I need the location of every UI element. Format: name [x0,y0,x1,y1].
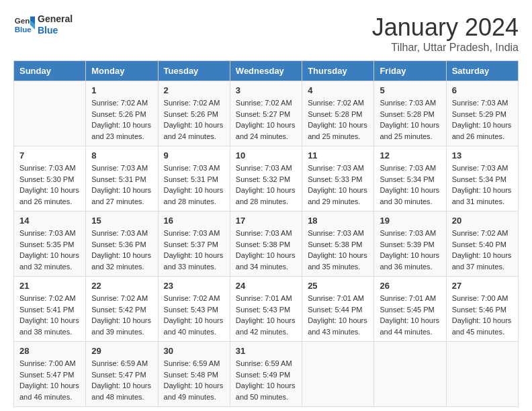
calendar-day-cell: 11Sunrise: 7:03 AM Sunset: 5:33 PM Dayli… [302,146,374,212]
day-info: Sunrise: 7:02 AM Sunset: 5:28 PM Dayligh… [308,97,368,142]
day-number: 22 [91,281,152,291]
page-header: General Blue General Blue January 2024 T… [13,13,519,54]
day-number: 25 [308,281,368,291]
logo-blue-text: Blue [38,25,73,36]
calendar-day-cell: 20Sunrise: 7:02 AM Sunset: 5:40 PM Dayli… [446,212,518,277]
calendar-day-cell: 1Sunrise: 7:02 AM Sunset: 5:26 PM Daylig… [86,81,158,146]
calendar-day-cell: 17Sunrise: 7:03 AM Sunset: 5:38 PM Dayli… [230,212,302,277]
day-number: 31 [236,346,296,356]
day-of-week-header: Saturday [446,61,518,81]
calendar-day-cell: 7Sunrise: 7:03 AM Sunset: 5:30 PM Daylig… [14,146,86,212]
logo-icon: General Blue [13,14,35,36]
calendar-day-cell: 30Sunrise: 6:59 AM Sunset: 5:48 PM Dayli… [158,342,230,407]
calendar-header: SundayMondayTuesdayWednesdayThursdayFrid… [14,61,519,81]
day-number: 7 [19,150,80,161]
calendar-day-cell: 8Sunrise: 7:03 AM Sunset: 5:31 PM Daylig… [86,146,158,212]
day-info: Sunrise: 7:03 AM Sunset: 5:38 PM Dayligh… [236,228,296,272]
day-info: Sunrise: 7:03 AM Sunset: 5:34 PM Dayligh… [380,163,440,207]
calendar-day-cell: 28Sunrise: 7:00 AM Sunset: 5:47 PM Dayli… [14,342,86,407]
calendar-day-cell: 13Sunrise: 7:03 AM Sunset: 5:34 PM Dayli… [446,146,518,212]
calendar-day-cell: 29Sunrise: 6:59 AM Sunset: 5:47 PM Dayli… [86,342,158,407]
calendar-week-row: 7Sunrise: 7:03 AM Sunset: 5:30 PM Daylig… [14,146,519,212]
calendar-day-cell: 18Sunrise: 7:03 AM Sunset: 5:38 PM Dayli… [302,212,374,277]
day-number: 18 [308,216,368,226]
day-number: 5 [380,85,440,95]
day-number: 2 [164,85,224,95]
day-info: Sunrise: 6:59 AM Sunset: 5:47 PM Dayligh… [91,358,152,402]
day-number: 14 [19,216,80,226]
day-number: 20 [452,216,513,226]
day-number: 17 [236,216,296,226]
day-info: Sunrise: 7:03 AM Sunset: 5:28 PM Dayligh… [380,97,440,142]
day-info: Sunrise: 7:02 AM Sunset: 5:26 PM Dayligh… [91,97,152,142]
day-info: Sunrise: 7:03 AM Sunset: 5:30 PM Dayligh… [19,163,80,207]
day-info: Sunrise: 7:03 AM Sunset: 5:38 PM Dayligh… [308,228,368,272]
day-info: Sunrise: 7:02 AM Sunset: 5:40 PM Dayligh… [452,228,513,272]
day-number: 1 [91,85,152,95]
day-number: 19 [380,216,440,226]
calendar-day-cell [302,342,374,407]
day-info: Sunrise: 7:03 AM Sunset: 5:33 PM Dayligh… [308,163,368,207]
day-number: 27 [452,281,513,291]
day-info: Sunrise: 7:03 AM Sunset: 5:36 PM Dayligh… [91,228,152,272]
calendar-day-cell: 26Sunrise: 7:01 AM Sunset: 5:45 PM Dayli… [374,277,446,342]
calendar-week-row: 14Sunrise: 7:03 AM Sunset: 5:35 PM Dayli… [14,212,519,277]
day-of-week-header: Wednesday [230,61,302,81]
day-number: 30 [164,346,224,356]
day-info: Sunrise: 7:03 AM Sunset: 5:37 PM Dayligh… [164,228,224,272]
calendar-day-cell: 24Sunrise: 7:01 AM Sunset: 5:43 PM Dayli… [230,277,302,342]
calendar-day-cell [14,81,86,146]
day-number: 9 [164,150,224,161]
day-info: Sunrise: 7:02 AM Sunset: 5:41 PM Dayligh… [19,293,80,337]
calendar-day-cell: 2Sunrise: 7:02 AM Sunset: 5:26 PM Daylig… [158,81,230,146]
calendar-day-cell: 22Sunrise: 7:02 AM Sunset: 5:42 PM Dayli… [86,277,158,342]
day-of-week-header: Friday [374,61,446,81]
calendar-body: 1Sunrise: 7:02 AM Sunset: 5:26 PM Daylig… [14,81,519,407]
calendar-day-cell: 5Sunrise: 7:03 AM Sunset: 5:28 PM Daylig… [374,81,446,146]
calendar-day-cell: 3Sunrise: 7:02 AM Sunset: 5:27 PM Daylig… [230,81,302,146]
day-info: Sunrise: 7:00 AM Sunset: 5:46 PM Dayligh… [452,293,513,337]
calendar-day-cell [446,342,518,407]
calendar-day-cell: 6Sunrise: 7:03 AM Sunset: 5:29 PM Daylig… [446,81,518,146]
day-number: 12 [380,150,440,161]
day-number: 24 [236,281,296,291]
calendar-day-cell: 16Sunrise: 7:03 AM Sunset: 5:37 PM Dayli… [158,212,230,277]
month-title: January 2024 [372,13,519,42]
day-info: Sunrise: 7:03 AM Sunset: 5:35 PM Dayligh… [19,228,80,272]
day-info: Sunrise: 6:59 AM Sunset: 5:49 PM Dayligh… [236,358,296,402]
calendar-day-cell: 25Sunrise: 7:01 AM Sunset: 5:44 PM Dayli… [302,277,374,342]
day-number: 11 [308,150,368,161]
day-number: 13 [452,150,513,161]
day-number: 6 [452,85,513,95]
day-number: 28 [19,346,80,356]
day-info: Sunrise: 7:03 AM Sunset: 5:32 PM Dayligh… [236,163,296,207]
day-info: Sunrise: 7:01 AM Sunset: 5:45 PM Dayligh… [380,293,440,337]
calendar-week-row: 28Sunrise: 7:00 AM Sunset: 5:47 PM Dayli… [14,342,519,407]
calendar-day-cell: 15Sunrise: 7:03 AM Sunset: 5:36 PM Dayli… [86,212,158,277]
day-number: 29 [91,346,152,356]
location-subtitle: Tilhar, Uttar Pradesh, India [372,42,519,54]
day-number: 26 [380,281,440,291]
day-info: Sunrise: 7:03 AM Sunset: 5:29 PM Dayligh… [452,97,513,142]
day-info: Sunrise: 6:59 AM Sunset: 5:48 PM Dayligh… [164,358,224,402]
calendar-day-cell: 31Sunrise: 6:59 AM Sunset: 5:49 PM Dayli… [230,342,302,407]
calendar-week-row: 1Sunrise: 7:02 AM Sunset: 5:26 PM Daylig… [14,81,519,146]
day-info: Sunrise: 7:03 AM Sunset: 5:31 PM Dayligh… [164,163,224,207]
day-info: Sunrise: 7:02 AM Sunset: 5:43 PM Dayligh… [164,293,224,337]
day-of-week-header: Sunday [14,61,86,81]
calendar-day-cell: 9Sunrise: 7:03 AM Sunset: 5:31 PM Daylig… [158,146,230,212]
svg-text:Blue: Blue [15,25,32,33]
day-info: Sunrise: 7:02 AM Sunset: 5:26 PM Dayligh… [164,97,224,142]
day-of-week-header: Monday [86,61,158,81]
day-info: Sunrise: 7:03 AM Sunset: 5:34 PM Dayligh… [452,163,513,207]
day-number: 23 [164,281,224,291]
calendar-day-cell: 4Sunrise: 7:02 AM Sunset: 5:28 PM Daylig… [302,81,374,146]
calendar-day-cell: 23Sunrise: 7:02 AM Sunset: 5:43 PM Dayli… [158,277,230,342]
day-info: Sunrise: 7:00 AM Sunset: 5:47 PM Dayligh… [19,358,80,402]
calendar-day-cell: 19Sunrise: 7:03 AM Sunset: 5:39 PM Dayli… [374,212,446,277]
day-info: Sunrise: 7:01 AM Sunset: 5:43 PM Dayligh… [236,293,296,337]
logo: General Blue General Blue [13,13,73,36]
calendar-day-cell: 10Sunrise: 7:03 AM Sunset: 5:32 PM Dayli… [230,146,302,212]
day-info: Sunrise: 7:03 AM Sunset: 5:39 PM Dayligh… [380,228,440,272]
logo-general-text: General [38,13,73,25]
